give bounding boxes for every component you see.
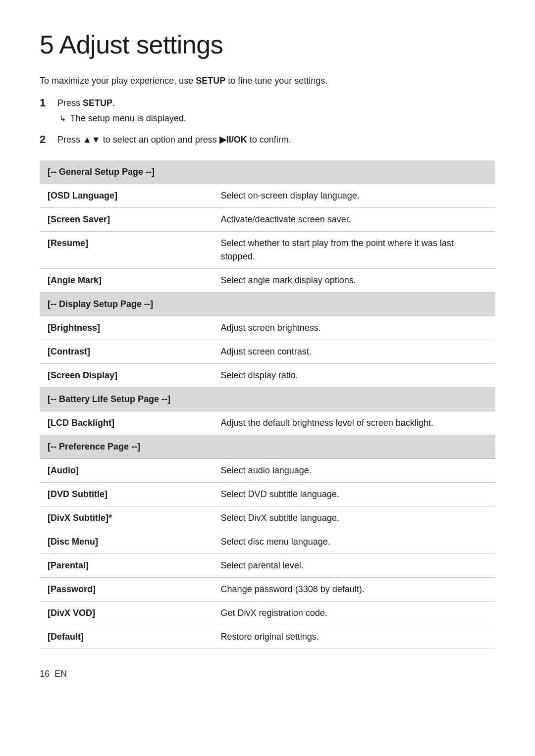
parental-desc: Select parental level. xyxy=(213,554,495,578)
page-title: 5 Adjust settings xyxy=(40,30,495,59)
arrow-icon: ↳ xyxy=(59,113,66,125)
disc-menu-label: [Disc Menu] xyxy=(40,530,213,554)
audio-desc: Select audio language. xyxy=(213,459,495,483)
section-display-label: [-- Display Setup Page --] xyxy=(40,293,495,316)
lcd-backlight-desc: Adjust the default brightness level of s… xyxy=(213,411,495,435)
screen-display-desc: Select display ratio. xyxy=(213,364,495,388)
default-desc: Restore original settings. xyxy=(213,625,495,649)
divx-subtitle-label: [DivX Subtitle]* xyxy=(40,506,213,530)
step-1-content: Press SETUP. ↳ The setup menu is display… xyxy=(57,97,186,125)
table-row: [Screen Display] Select display ratio. xyxy=(40,364,495,388)
brightness-desc: Adjust screen brightness. xyxy=(213,316,495,340)
divx-vod-label: [DivX VOD] xyxy=(40,602,213,625)
contrast-label: [Contrast] xyxy=(40,340,213,364)
step-2-symbol2: ▶II/OK xyxy=(219,135,247,145)
screen-display-label: [Screen Display] xyxy=(40,364,213,388)
step-2-number: 2 xyxy=(40,133,57,146)
step-1-number: 1 xyxy=(40,97,57,109)
step-2-content: Press ▲▼ to select an option and press ▶… xyxy=(57,133,291,147)
table-row: [Angle Mark] Select angle mark display o… xyxy=(40,269,495,293)
osd-language-label: [OSD Language] xyxy=(40,184,213,208)
step-2: 2 Press ▲▼ to select an option and press… xyxy=(40,133,495,147)
divx-subtitle-desc: Select DivX subtitle language. xyxy=(213,506,495,530)
table-row: [Parental] Select parental level. xyxy=(40,554,495,578)
table-row: [DivX VOD] Get DivX registration code. xyxy=(40,602,495,625)
section-display-setup: [-- Display Setup Page --] xyxy=(40,293,495,316)
divx-vod-desc: Get DivX registration code. xyxy=(213,602,495,625)
step-2-symbol1: ▲▼ xyxy=(83,135,101,145)
step-2-text-press: Press xyxy=(57,135,83,145)
parental-label: [Parental] xyxy=(40,554,213,578)
step-1-text-before: Press xyxy=(57,98,83,108)
step-1-text-after: . xyxy=(112,98,115,108)
table-row: [Resume] Select whether to start play fr… xyxy=(40,232,495,269)
intro-text-after: to fine tune your settings. xyxy=(225,76,327,86)
angle-mark-label: [Angle Mark] xyxy=(40,269,213,293)
table-row: [Password] Change password (3308 by defa… xyxy=(40,578,495,602)
table-row: [Brightness] Adjust screen brightness. xyxy=(40,316,495,340)
step-2-middle-text: to select an option and press xyxy=(101,135,219,145)
footer: 16 EN xyxy=(40,669,495,679)
page-number: 16 xyxy=(40,669,50,679)
steps-container: 1 Press SETUP. ↳ The setup menu is displ… xyxy=(40,97,495,147)
table-row: [LCD Backlight] Adjust the default brigh… xyxy=(40,411,495,435)
dvd-subtitle-desc: Select DVD subtitle language. xyxy=(213,483,495,506)
step-1-subline: ↳ The setup menu is displayed. xyxy=(57,112,186,125)
section-general-setup: [-- General Setup Page --] xyxy=(40,160,495,184)
table-row: [Disc Menu] Select disc menu language. xyxy=(40,530,495,554)
screen-saver-desc: Activate/deactivate screen saver. xyxy=(213,208,495,232)
section-preference: [-- Preference Page --] xyxy=(40,435,495,459)
table-row: [OSD Language] Select on-screen display … xyxy=(40,184,495,208)
section-preference-label: [-- Preference Page --] xyxy=(40,435,495,459)
resume-desc: Select whether to start play from the po… xyxy=(213,232,495,269)
intro-text-before: To maximize your play experience, use xyxy=(40,76,196,86)
intro-bold-setup: SETUP xyxy=(196,76,225,86)
step-2-end-text: to confirm. xyxy=(247,135,291,145)
step-1-bold: SETUP xyxy=(83,98,112,108)
table-row: [Contrast] Adjust screen contrast. xyxy=(40,340,495,364)
step-1-sub-text: The setup menu is displayed. xyxy=(70,113,186,123)
dvd-subtitle-label: [DVD Subtitle] xyxy=(40,483,213,506)
resume-label: [Resume] xyxy=(40,232,213,269)
section-general-label: [-- General Setup Page --] xyxy=(40,160,495,184)
screen-saver-label: [Screen Saver] xyxy=(40,208,213,232)
password-desc: Change password (3308 by default). xyxy=(213,578,495,602)
brightness-label: [Brightness] xyxy=(40,316,213,340)
table-row: [DivX Subtitle]* Select DivX subtitle la… xyxy=(40,506,495,530)
lcd-backlight-label: [LCD Backlight] xyxy=(40,411,213,435)
angle-mark-desc: Select angle mark display options. xyxy=(213,269,495,293)
step-1: 1 Press SETUP. ↳ The setup menu is displ… xyxy=(40,97,495,125)
settings-table: [-- General Setup Page --] [OSD Language… xyxy=(40,160,495,649)
default-label: [Default] xyxy=(40,625,213,649)
disc-menu-desc: Select disc menu language. xyxy=(213,530,495,554)
table-row: [Screen Saver] Activate/deactivate scree… xyxy=(40,208,495,232)
table-row: [DVD Subtitle] Select DVD subtitle langu… xyxy=(40,483,495,506)
audio-label: [Audio] xyxy=(40,459,213,483)
contrast-desc: Adjust screen contrast. xyxy=(213,340,495,364)
language-label: EN xyxy=(54,669,67,679)
table-row: [Default] Restore original settings. xyxy=(40,625,495,649)
intro-paragraph: To maximize your play experience, use SE… xyxy=(40,74,495,88)
password-label: [Password] xyxy=(40,578,213,602)
section-battery-label: [-- Battery Life Setup Page --] xyxy=(40,388,495,411)
section-battery-setup: [-- Battery Life Setup Page --] xyxy=(40,388,495,411)
osd-language-desc: Select on-screen display language. xyxy=(213,184,495,208)
table-row: [Audio] Select audio language. xyxy=(40,459,495,483)
